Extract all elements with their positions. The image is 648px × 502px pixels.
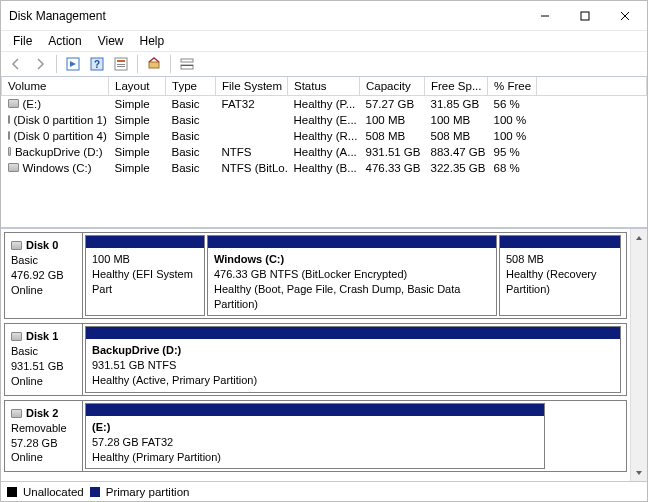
col-layout[interactable]: Layout <box>109 77 166 95</box>
partition-body: 508 MBHealthy (Recovery Partition) <box>500 248 620 301</box>
partition[interactable]: BackupDrive (D:)931.51 GB NTFSHealthy (A… <box>85 326 621 393</box>
menu-file[interactable]: File <box>5 32 40 50</box>
volume-name-cell: BackupDrive (D:) <box>2 144 109 160</box>
legend-unallocated: Unallocated <box>23 486 84 498</box>
volume-row[interactable]: Windows (C:)SimpleBasicNTFS (BitLo...Hea… <box>2 160 647 176</box>
legend-primary: Primary partition <box>106 486 190 498</box>
forward-button[interactable] <box>29 53 51 75</box>
toolbar: ? <box>1 51 647 77</box>
list-view-button[interactable] <box>176 53 198 75</box>
settings-button[interactable] <box>143 53 165 75</box>
col-freespace[interactable]: Free Sp... <box>425 77 488 95</box>
maximize-button[interactable] <box>565 2 605 30</box>
svg-rect-9 <box>117 60 125 62</box>
disk-info: Disk 1Basic931.51 GBOnline <box>5 324 83 395</box>
svg-rect-11 <box>117 66 125 67</box>
disk-info: Disk 2Removable57.28 GBOnline <box>5 401 83 472</box>
volume-row[interactable]: (E:)SimpleBasicFAT32Healthy (P...57.27 G… <box>2 95 647 112</box>
volume-row[interactable]: (Disk 0 partition 4)SimpleBasicHealthy (… <box>2 128 647 144</box>
minimize-button[interactable] <box>525 2 565 30</box>
volume-name-cell: (Disk 0 partition 1) <box>2 112 109 128</box>
partition[interactable]: (E:)57.28 GB FAT32Healthy (Primary Parti… <box>85 403 545 470</box>
menu-help[interactable]: Help <box>132 32 173 50</box>
partition[interactable]: Windows (C:)476.33 GB NTFS (BitLocker En… <box>207 235 497 316</box>
refresh-button[interactable] <box>62 53 84 75</box>
svg-rect-12 <box>149 62 159 68</box>
close-button[interactable] <box>605 2 645 30</box>
back-button[interactable] <box>5 53 27 75</box>
scroll-up-icon[interactable] <box>631 229 647 246</box>
partition-body: 100 MBHealthy (EFI System Part <box>86 248 204 301</box>
partition-color-bar <box>86 327 620 339</box>
svg-marker-17 <box>636 471 642 475</box>
volume-icon <box>8 147 11 156</box>
col-type[interactable]: Type <box>166 77 216 95</box>
scroll-down-icon[interactable] <box>631 464 647 481</box>
volume-icon <box>8 163 19 172</box>
col-pctfree[interactable]: % Free <box>488 77 537 95</box>
volume-name-cell: Windows (C:) <box>2 160 109 176</box>
partition-color-bar <box>86 404 544 416</box>
col-volume[interactable]: Volume <box>2 77 109 95</box>
partition[interactable]: 508 MBHealthy (Recovery Partition) <box>499 235 621 316</box>
volume-icon <box>8 131 10 140</box>
disk-icon <box>11 332 22 341</box>
volume-table[interactable]: Volume Layout Type File System Status Ca… <box>1 77 647 176</box>
volume-name-cell: (E:) <box>2 96 109 112</box>
partition-body: (E:)57.28 GB FAT32Healthy (Primary Parti… <box>86 416 544 469</box>
menu-bar: File Action View Help <box>1 31 647 51</box>
partition-color-bar <box>208 236 496 248</box>
svg-rect-13 <box>181 59 193 62</box>
disk-info: Disk 0Basic476.92 GBOnline <box>5 233 83 318</box>
column-header-row[interactable]: Volume Layout Type File System Status Ca… <box>2 77 647 95</box>
toolbar-separator <box>137 55 138 73</box>
disk-area: Disk 0Basic476.92 GBOnline100 MBHealthy … <box>1 229 647 481</box>
partition-color-bar <box>500 236 620 248</box>
disk-row[interactable]: Disk 0Basic476.92 GBOnline100 MBHealthy … <box>4 232 627 319</box>
window-title: Disk Management <box>9 9 525 23</box>
partition-container: BackupDrive (D:)931.51 GB NTFSHealthy (A… <box>83 324 626 395</box>
partition-body: Windows (C:)476.33 GB NTFS (BitLocker En… <box>208 248 496 315</box>
svg-rect-10 <box>117 64 125 65</box>
toolbar-separator <box>56 55 57 73</box>
col-status[interactable]: Status <box>288 77 360 95</box>
svg-rect-15 <box>181 65 193 66</box>
disk-graphical-pane: Disk 0Basic476.92 GBOnline100 MBHealthy … <box>1 229 647 501</box>
toolbar-separator <box>170 55 171 73</box>
volume-name-cell: (Disk 0 partition 4) <box>2 128 109 144</box>
svg-text:?: ? <box>94 59 100 70</box>
disk-row[interactable]: Disk 2Removable57.28 GBOnline (E:)57.28 … <box>4 400 627 473</box>
disk-icon <box>11 409 22 418</box>
volume-row[interactable]: BackupDrive (D:)SimpleBasicNTFSHealthy (… <box>2 144 647 160</box>
legend-swatch-primary <box>90 487 100 497</box>
partition-body: BackupDrive (D:)931.51 GB NTFSHealthy (A… <box>86 339 620 392</box>
title-bar: Disk Management <box>1 1 647 31</box>
volume-icon <box>8 99 19 108</box>
partition-container: 100 MBHealthy (EFI System PartWindows (C… <box>83 233 626 318</box>
col-spacer <box>537 77 647 95</box>
col-capacity[interactable]: Capacity <box>360 77 425 95</box>
legend-swatch-unallocated <box>7 487 17 497</box>
volume-row[interactable]: (Disk 0 partition 1)SimpleBasicHealthy (… <box>2 112 647 128</box>
legend: Unallocated Primary partition <box>1 481 647 501</box>
vertical-scrollbar[interactable] <box>630 229 647 481</box>
volume-list-pane: Volume Layout Type File System Status Ca… <box>1 77 647 229</box>
properties-button[interactable] <box>110 53 132 75</box>
svg-rect-1 <box>581 12 589 20</box>
volume-icon <box>8 115 10 124</box>
disk-scroll: Disk 0Basic476.92 GBOnline100 MBHealthy … <box>1 229 630 481</box>
menu-action[interactable]: Action <box>40 32 89 50</box>
disk-row[interactable]: Disk 1Basic931.51 GBOnlineBackupDrive (D… <box>4 323 627 396</box>
svg-marker-16 <box>636 236 642 240</box>
disk-icon <box>11 241 22 250</box>
help-button[interactable]: ? <box>86 53 108 75</box>
partition[interactable]: 100 MBHealthy (EFI System Part <box>85 235 205 316</box>
menu-view[interactable]: View <box>90 32 132 50</box>
partition-container: (E:)57.28 GB FAT32Healthy (Primary Parti… <box>83 401 626 472</box>
col-filesystem[interactable]: File System <box>216 77 288 95</box>
partition-color-bar <box>86 236 204 248</box>
